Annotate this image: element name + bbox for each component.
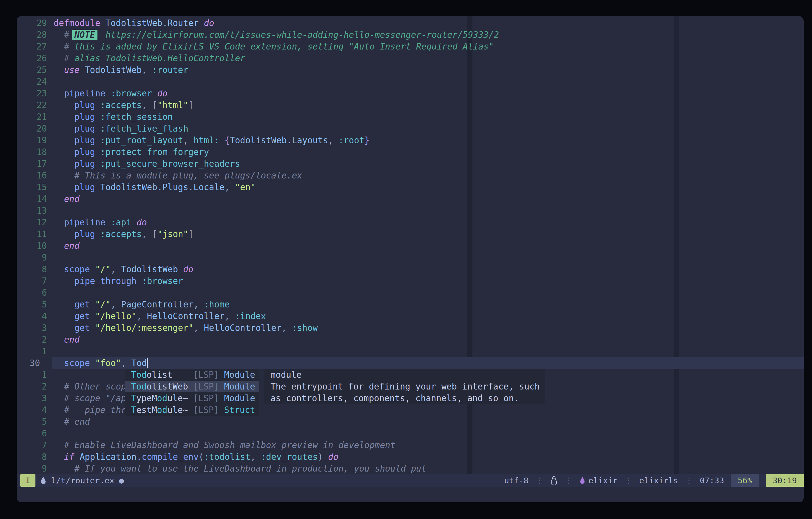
code-line[interactable]: 13 — [17, 205, 804, 217]
completion-item[interactable]: TodolistWeb[LSP]Module — [125, 381, 259, 393]
line-number[interactable]: 11 — [26, 228, 47, 240]
doc-line: module — [264, 369, 545, 381]
code-line[interactable]: 11 plug :accepts, ["json"] — [17, 228, 804, 240]
line-number[interactable]: 4 — [26, 404, 47, 416]
line-number[interactable]: 1 — [26, 345, 47, 357]
line-number[interactable]: 24 — [26, 76, 47, 88]
code-text: pipeline :browser do — [54, 88, 168, 99]
code-text: # Enable LiveDashboard and Swoosh mailbo… — [54, 439, 395, 451]
code-line[interactable]: 23 pipeline :browser do — [17, 88, 804, 99]
line-number[interactable]: 6 — [26, 287, 47, 298]
code-line[interactable]: 18 plug :protect_from_forgery — [17, 146, 804, 158]
line-number[interactable]: 19 — [26, 135, 47, 146]
line-number[interactable]: 27 — [26, 41, 47, 52]
code-line[interactable]: 3 get "/hello/:messenger", HelloControll… — [17, 322, 804, 334]
code-text: if Application.compile_env(:todolist, :d… — [54, 451, 339, 463]
line-number[interactable]: 22 — [26, 99, 47, 111]
line-number[interactable]: 2 — [26, 381, 47, 393]
code-text: scope "foo", Tod — [54, 357, 147, 369]
code-line[interactable]: 16 # This is a module plug, see plugs/lo… — [17, 170, 804, 181]
code-line[interactable]: 20 plug :fetch_live_flash — [17, 123, 804, 135]
code-line[interactable]: 28 # NOTE https://elixirforum.com/t/issu… — [17, 29, 804, 41]
code-line[interactable]: 8 scope "/", TodolistWeb do — [17, 263, 804, 275]
line-number[interactable]: 5 — [26, 298, 47, 310]
code-line[interactable]: 27 # this is added by ElixirLS VS Code e… — [17, 41, 804, 52]
completion-item[interactable]: Todolist[LSP]Module — [125, 369, 259, 381]
line-number[interactable]: 7 — [26, 439, 47, 451]
code-text: pipe_through :browser — [54, 275, 183, 287]
line-number[interactable]: 3 — [26, 393, 47, 404]
line-number[interactable]: 28 — [26, 29, 47, 41]
line-number[interactable]: 26 — [26, 52, 47, 64]
line-number[interactable]: 15 — [26, 181, 47, 193]
code-line[interactable]: 9 # If you want to use the LiveDashboard… — [17, 463, 804, 474]
line-number[interactable]: 4 — [26, 310, 47, 322]
code-line[interactable]: 25 use TodolistWeb, :router — [17, 64, 804, 76]
separator: ⋮ — [535, 476, 543, 485]
code-line[interactable]: 6 — [17, 428, 804, 439]
line-number[interactable]: 3 — [26, 322, 47, 334]
code-line[interactable]: 5 # end — [17, 416, 804, 428]
code-line[interactable]: 22 plug :accepts, ["html"] — [17, 99, 804, 111]
line-number[interactable]: 10 — [26, 240, 47, 252]
code-line[interactable]: 17 plug :put_secure_browser_headers — [17, 158, 804, 170]
code-line[interactable]: 12 pipeline :api do — [17, 217, 804, 228]
code-line[interactable]: 14 end — [17, 193, 804, 205]
line-number[interactable]: 12 — [26, 217, 47, 228]
completion-item[interactable]: TypeModule~[LSP]Module — [125, 393, 259, 404]
code-line[interactable]: 7 pipe_through :browser — [17, 275, 804, 287]
code-line[interactable]: 7 # Enable LiveDashboard and Swoosh mail… — [17, 439, 804, 451]
code-text: plug :accepts, ["json"] — [54, 228, 194, 240]
line-number[interactable]: 8 — [26, 451, 47, 463]
code-line[interactable]: 21 plug :fetch_session — [17, 111, 804, 123]
code-line[interactable]: 2 end — [17, 334, 804, 345]
line-number[interactable]: 18 — [26, 146, 47, 158]
mode-indicator: I — [20, 474, 35, 487]
line-number[interactable]: 21 — [26, 111, 47, 123]
completion-item-name: Todolist — [131, 369, 193, 381]
code-line[interactable]: 10 end — [17, 240, 804, 252]
screen: 29defmodule TodolistWeb.Router do28 # NO… — [0, 0, 812, 519]
code-line[interactable]: 29defmodule TodolistWeb.Router do — [17, 17, 804, 29]
code-line[interactable]: 24 — [17, 76, 804, 88]
line-number[interactable]: 7 — [26, 275, 47, 287]
code-line[interactable]: 15 plug TodolistWeb.Plugs.Locale, "en" — [17, 181, 804, 193]
code-line[interactable]: 9 — [17, 252, 804, 263]
code-line[interactable]: 6 — [17, 287, 804, 298]
code-line[interactable]: 1 — [17, 345, 804, 357]
line-number[interactable]: 6 — [26, 428, 47, 439]
line-number[interactable]: 25 — [26, 64, 47, 76]
line-number[interactable]: 16 — [26, 170, 47, 181]
code-line[interactable]: 5 get "/", PageController, :home — [17, 298, 804, 310]
code-line[interactable]: 19 plug :put_root_layout, html: {Todolis… — [17, 135, 804, 146]
line-number[interactable]: 8 — [26, 263, 47, 275]
code-text: # This is a module plug, see plugs/local… — [54, 170, 302, 181]
line-number[interactable]: 17 — [26, 158, 47, 170]
code-text: defmodule TodolistWeb.Router do — [54, 17, 214, 29]
lsp-server-label: elixirls — [639, 476, 678, 485]
note-badge: NOTE — [72, 30, 97, 40]
line-number[interactable]: 9 — [26, 463, 47, 474]
code-line[interactable]: 8 if Application.compile_env(:todolist, … — [17, 451, 804, 463]
line-number[interactable]: 9 — [26, 252, 47, 263]
line-number[interactable]: 1 — [26, 369, 47, 381]
line-number[interactable]: 30 — [26, 357, 51, 369]
completion-item[interactable]: TestModule~[LSP]Struct — [125, 404, 259, 416]
code-line[interactable]: 26 # alias TodolistWeb.HelloController — [17, 52, 804, 64]
code-text: plug :put_root_layout, html: {TodolistWe… — [54, 135, 370, 146]
line-number[interactable]: 13 — [26, 205, 47, 217]
language-label: elixir — [588, 476, 618, 485]
code-line[interactable]: 4 get "/hello", HelloController, :index — [17, 310, 804, 322]
line-number[interactable]: 2 — [26, 334, 47, 345]
line-number[interactable]: 20 — [26, 123, 47, 135]
code-text: plug :protect_from_forgery — [54, 146, 209, 158]
editor-window: 29defmodule TodolistWeb.Router do28 # NO… — [17, 16, 804, 502]
separator: ⋮ — [565, 476, 573, 485]
lsp-source-tag: [LSP] — [193, 404, 224, 416]
line-number[interactable]: 23 — [26, 88, 47, 99]
line-number[interactable]: 5 — [26, 416, 47, 428]
line-number[interactable]: 14 — [26, 193, 47, 205]
code-text: use TodolistWeb, :router — [54, 64, 188, 76]
code-line[interactable]: 30 scope "foo", Tod — [17, 357, 804, 369]
line-number[interactable]: 29 — [26, 17, 47, 29]
